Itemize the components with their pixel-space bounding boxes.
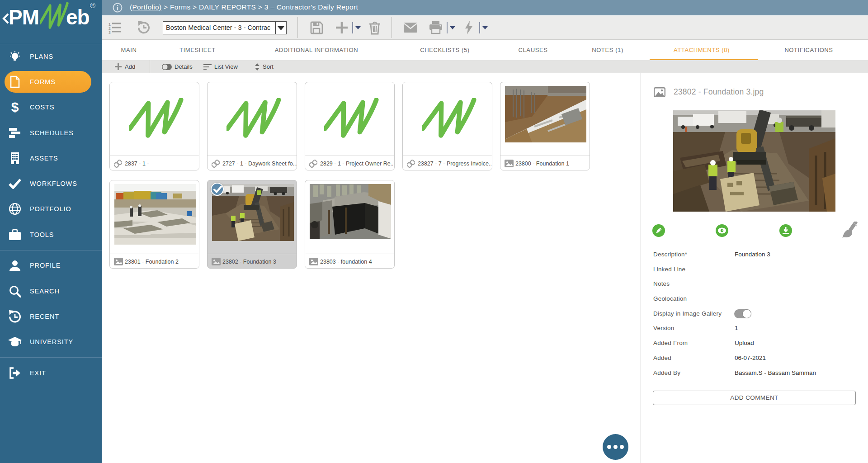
svg-text:3: 3 — [108, 30, 111, 34]
